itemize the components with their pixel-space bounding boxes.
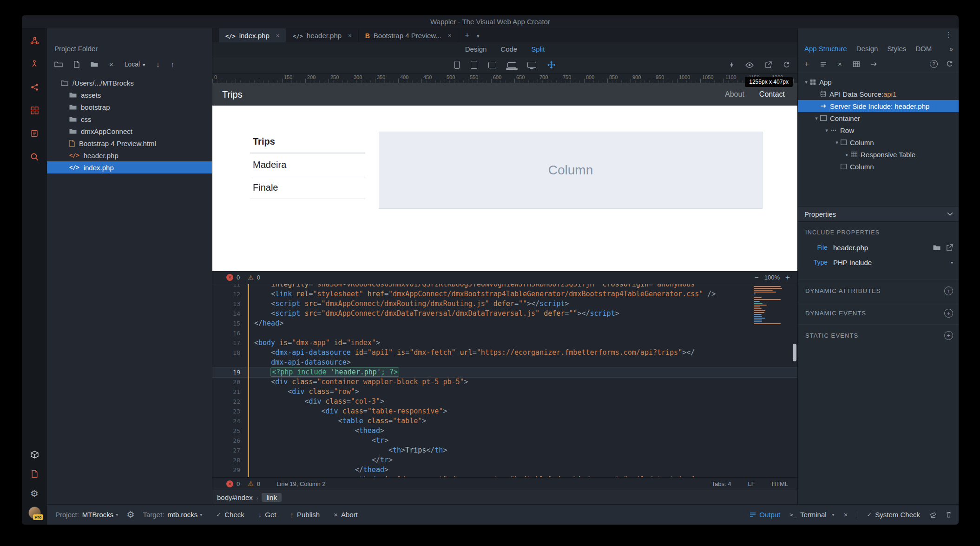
- file-tree-item-index-php[interactable]: </>index.php: [47, 161, 212, 173]
- code-line[interactable]: 26 <tr>: [212, 436, 797, 446]
- code-line[interactable]: 21 <div class="row">: [212, 387, 797, 397]
- sidebar-blocks-icon[interactable]: [27, 104, 41, 117]
- refresh-structure-icon[interactable]: [946, 60, 953, 68]
- tablet-portrait-preview-icon[interactable]: [471, 61, 477, 69]
- tablet-landscape-preview-icon[interactable]: [488, 62, 496, 68]
- project-settings-gear-icon[interactable]: ⚙: [126, 509, 134, 520]
- browse-file-icon[interactable]: [933, 244, 941, 251]
- add-dynamic-icon[interactable]: +: [944, 309, 953, 318]
- tab-bootstrap-4-preview-[interactable]: BBootstrap 4 Preview...×: [359, 28, 459, 42]
- code-line[interactable]: 30 <tbody is="dmx-repeat" dmx-generator=…: [212, 475, 797, 477]
- profile-avatar[interactable]: Pro: [28, 506, 41, 519]
- code-line[interactable]: 19 <?php include 'header.php'; ?>: [212, 367, 797, 377]
- delete-file-icon[interactable]: ×: [109, 60, 113, 68]
- preview-eye-icon[interactable]: [745, 62, 754, 68]
- file-tree-item--users-mtbrocks[interactable]: /Users/.../MTBrocks: [47, 77, 212, 89]
- tab-index-php[interactable]: </>index.php×: [219, 28, 286, 42]
- app-tree-item-column[interactable]: Column: [798, 160, 959, 173]
- type-property-value[interactable]: PHP Include: [833, 259, 951, 266]
- code-line[interactable]: 18 <dmx-api-datasource id="api1" is="dmx…: [212, 348, 797, 358]
- app-tree-item-api-data-source[interactable]: API Data Source: api1: [798, 88, 959, 100]
- sidebar-package-icon[interactable]: [27, 448, 41, 461]
- code-line[interactable]: 22 <div class="col-3">: [212, 397, 797, 406]
- syntax-mode-setting[interactable]: HTML: [772, 480, 788, 487]
- app-tree-item-responsive-table[interactable]: ▸Responsive Table: [798, 148, 959, 160]
- sidebar-settings-gear-icon[interactable]: ⚙: [27, 487, 41, 500]
- file-tree-item-dmxappconnect[interactable]: dmxAppConnect: [47, 125, 212, 137]
- panel-tab-styles[interactable]: Styles: [887, 45, 906, 53]
- sidebar-app-connect-icon[interactable]: [27, 34, 41, 47]
- actions-bolt-icon[interactable]: [729, 61, 734, 68]
- collapse-properties-icon[interactable]: [947, 212, 953, 216]
- tab-list-caret-icon[interactable]: ▾: [477, 31, 479, 40]
- preview-nav-link[interactable]: About: [725, 90, 744, 99]
- mobile-preview-icon[interactable]: [454, 61, 460, 69]
- zoom-in-button[interactable]: +: [785, 273, 790, 282]
- new-tab-button[interactable]: +: [465, 31, 469, 40]
- view-mode-code[interactable]: Code: [500, 45, 517, 53]
- file-tree-item-bootstrap-4-preview-html[interactable]: Bootstrap 4 Preview.html: [47, 137, 212, 149]
- code-line[interactable]: 27 <th>Trips</th>: [212, 446, 797, 455]
- preview-navbar[interactable]: Trips AboutContact: [212, 83, 797, 106]
- panel-tab-dom[interactable]: DOM: [915, 45, 932, 53]
- collapse-panel-icon[interactable]: »: [949, 45, 953, 53]
- app-tree-item-row[interactable]: ▾Row: [798, 124, 959, 136]
- close-output-icon[interactable]: ×: [844, 511, 848, 519]
- open-in-browser-icon[interactable]: [765, 61, 772, 68]
- clear-output-icon[interactable]: [929, 512, 937, 518]
- preview-list-item[interactable]: Finale: [250, 176, 365, 199]
- breadcrumb-selected-node[interactable]: link: [262, 493, 282, 502]
- code-line[interactable]: 13 <script src="dmxAppConnect/dmxRouting…: [212, 299, 797, 309]
- code-line[interactable]: 23 <div class="table-responsive">: [212, 406, 797, 416]
- sidebar-file-alert-icon[interactable]: [27, 467, 41, 480]
- type-dropdown-caret-icon[interactable]: ▾: [951, 260, 953, 265]
- code-line[interactable]: 20 <div class="container wappler-block p…: [212, 377, 797, 387]
- sidebar-notes-icon[interactable]: [27, 127, 41, 140]
- close-tab-icon[interactable]: ×: [448, 32, 452, 39]
- target-dropdown[interactable]: mtb.rocks: [167, 511, 197, 519]
- code-line[interactable]: dmx-api-datasource>: [212, 358, 797, 367]
- file-source-dropdown[interactable]: Local ▾: [125, 60, 145, 68]
- app-tree-item-app[interactable]: ▾App: [798, 76, 959, 88]
- panel-menu-icon[interactable]: ⋮: [945, 31, 952, 39]
- abort-button[interactable]: ×Abort: [334, 511, 358, 519]
- publish-button[interactable]: ↑Publish: [290, 511, 320, 519]
- minimap[interactable]: [754, 286, 791, 324]
- output-tab[interactable]: Output: [750, 511, 780, 519]
- app-tree-item-column[interactable]: ▾Column: [798, 136, 959, 148]
- sidebar-share-nodes-icon[interactable]: [27, 80, 41, 93]
- sidebar-api-flow-icon[interactable]: [27, 57, 41, 70]
- file-property-value[interactable]: header.php: [833, 244, 933, 252]
- app-tree-item-container[interactable]: ▾Container: [798, 112, 959, 124]
- terminal-dropdown[interactable]: >_ Terminal ▾: [789, 511, 834, 519]
- code-line[interactable]: 15</head>: [212, 319, 797, 328]
- check-button[interactable]: ✓Check: [216, 511, 244, 519]
- view-mode-split[interactable]: Split: [531, 45, 545, 53]
- preview-column-placeholder[interactable]: Column: [379, 132, 763, 209]
- new-folder-icon[interactable]: [91, 61, 98, 67]
- desktop-preview-icon[interactable]: [527, 62, 536, 68]
- panel-tab-app-structure[interactable]: App Structure: [804, 45, 847, 53]
- code-line[interactable]: 12 <link rel="stylesheet" href="dmxAppCo…: [212, 289, 797, 299]
- design-preview-canvas[interactable]: Trips AboutContact TripsMadeiraFinale Co…: [212, 83, 797, 271]
- system-check-button[interactable]: ✓ System Check: [867, 511, 920, 519]
- goto-include-icon[interactable]: [871, 62, 877, 67]
- preview-navbar-brand[interactable]: Trips: [222, 89, 243, 100]
- help-icon[interactable]: ?: [930, 60, 938, 68]
- get-button[interactable]: ↓Get: [258, 511, 276, 519]
- laptop-preview-icon[interactable]: [507, 62, 516, 68]
- close-tab-icon[interactable]: ×: [276, 32, 280, 39]
- table-generator-icon[interactable]: [853, 61, 860, 67]
- refresh-preview-icon[interactable]: [783, 61, 790, 68]
- add-static-icon[interactable]: +: [944, 331, 953, 340]
- preview-nav-link[interactable]: Contact: [759, 90, 785, 99]
- properties-header[interactable]: Properties: [798, 206, 959, 222]
- tab-size-setting[interactable]: Tabs: 4: [712, 480, 731, 487]
- code-line[interactable]: 28 </tr>: [212, 455, 797, 465]
- file-tree-item-bootstrap[interactable]: bootstrap: [47, 101, 212, 113]
- upload-files-icon[interactable]: ↑: [171, 60, 175, 68]
- code-scrollbar-thumb[interactable]: [793, 344, 796, 361]
- code-editor[interactable]: 11 integrity="sha384-vK0U84CGsU5hmxV01/Q…: [212, 284, 797, 477]
- file-tree-item-header-php[interactable]: </>header.php: [47, 149, 212, 161]
- code-line[interactable]: 16: [212, 328, 797, 338]
